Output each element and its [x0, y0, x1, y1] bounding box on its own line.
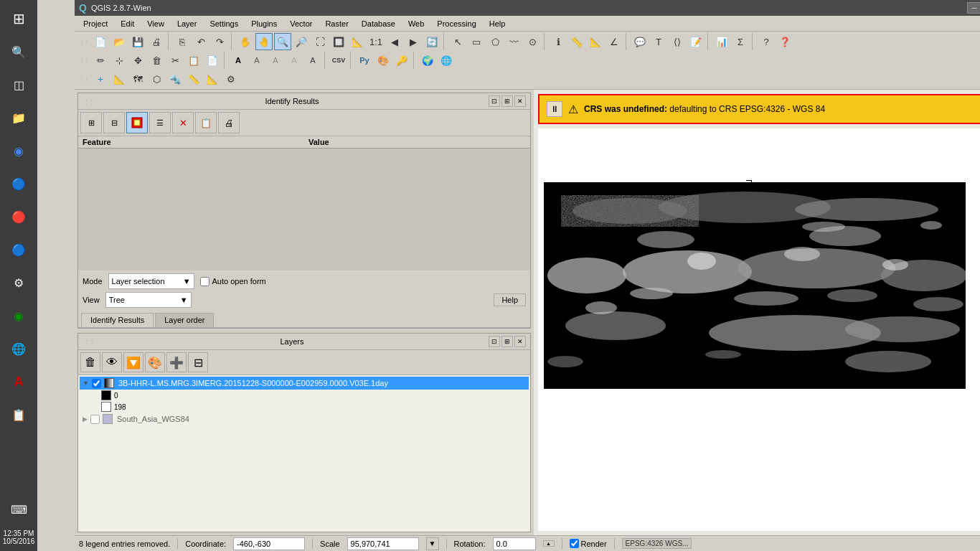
menu-project[interactable]: Project — [77, 18, 113, 29]
auto-open-checkbox[interactable] — [200, 277, 209, 286]
layers-drag-handle[interactable]: ⋮⋮ — [83, 339, 95, 345]
key-btn[interactable]: 🔑 — [393, 52, 410, 69]
identify-raster-btn[interactable] — [126, 112, 148, 133]
copy-btn[interactable]: ⎘ — [174, 33, 191, 50]
whats-this-btn[interactable]: ❓ — [776, 33, 793, 50]
menu-plugins[interactable]: Plugins — [245, 18, 283, 29]
settings-button[interactable]: ⚙ — [1, 267, 36, 298]
form-annotation-btn[interactable]: 📝 — [687, 33, 705, 50]
remove-layer-btn[interactable]: 🗑 — [80, 352, 100, 372]
app1-button[interactable]: 🔵 — [1, 168, 36, 199]
layers-expand-btn[interactable]: ⊞ — [501, 336, 513, 347]
notification-pause-btn[interactable]: ⏸ — [547, 101, 562, 117]
menu-web[interactable]: Web — [402, 18, 430, 29]
label-b-btn[interactable]: A — [248, 52, 265, 69]
select-rect-btn[interactable]: ▭ — [468, 33, 485, 50]
label-a-btn[interactable]: A — [230, 52, 247, 69]
expand-arrow-2[interactable]: ▶ — [83, 415, 88, 423]
layer-style-btn[interactable]: 🎨 — [145, 352, 165, 372]
app5-button[interactable]: A — [1, 366, 36, 397]
start-button[interactable]: ⊞ — [1, 3, 36, 34]
copy-feature-btn[interactable]: 📋 — [185, 52, 202, 69]
identify-expand-btn[interactable]: ⊞ — [501, 95, 513, 107]
new-project-btn[interactable]: 📄 — [92, 33, 109, 50]
app4-button[interactable]: ◉ — [1, 300, 36, 331]
palette-btn[interactable]: 🎨 — [374, 52, 392, 69]
scale-input[interactable] — [347, 537, 419, 550]
rotation-input[interactable] — [493, 537, 536, 550]
zoom-select-btn[interactable]: 🔲 — [330, 33, 347, 50]
select-polygon-btn[interactable]: ⬠ — [486, 33, 504, 50]
cad-btn[interactable]: 📐 — [204, 70, 221, 88]
drag-handle-1[interactable]: ⋮⋮ — [77, 39, 90, 45]
app2-button[interactable]: 🔴 — [1, 201, 36, 232]
menu-processing[interactable]: Processing — [431, 18, 481, 29]
open-table-btn[interactable]: 📊 — [713, 33, 730, 50]
coordinate-input[interactable] — [233, 537, 305, 550]
zoom-layer-btn[interactable]: 📐 — [349, 33, 366, 50]
filter-layer-btn[interactable]: 🔽 — [123, 352, 143, 372]
select-freehand-btn[interactable]: 〰 — [505, 33, 522, 50]
menu-help[interactable]: Help — [484, 18, 512, 29]
label-d-btn[interactable]: A — [286, 52, 303, 69]
identify-delete-btn[interactable]: ✕ — [172, 112, 194, 133]
add-layer-btn[interactable]: + — [92, 70, 109, 88]
delete-sel-btn[interactable]: 🗑 — [148, 52, 165, 69]
pan-btn[interactable]: ✋ — [237, 33, 254, 50]
tab-layer-order[interactable]: Layer order — [155, 313, 214, 327]
identify-expand-all-btn[interactable]: ⊞ — [80, 112, 102, 133]
layer-item-vector[interactable]: ▶ South_Asia_WGS84 — [80, 413, 529, 425]
drag-handle-2[interactable]: ⋮⋮ — [77, 57, 90, 64]
drag-handle-3[interactable]: ⋮⋮ — [77, 76, 90, 83]
mode-select[interactable]: Layer selection ▼ — [108, 273, 194, 289]
snap-btn[interactable]: 🔩 — [166, 70, 184, 88]
layer-expand-btn[interactable]: ⊟ — [188, 352, 208, 372]
move-feature-btn[interactable]: ✥ — [129, 52, 146, 69]
tab-identify-results[interactable]: Identify Results — [81, 313, 154, 327]
annotation-btn[interactable]: 💬 — [631, 33, 649, 50]
identify-btn[interactable]: ℹ — [550, 33, 567, 50]
csv-btn[interactable]: CSV — [330, 52, 347, 69]
app3-button[interactable]: 🔵 — [1, 234, 36, 265]
paste-feature-btn[interactable]: 📄 — [204, 52, 221, 69]
label-c-btn[interactable]: A — [267, 52, 284, 69]
open-project-btn[interactable]: 📂 — [110, 33, 128, 50]
zoom-full-btn[interactable]: ⛶ — [311, 33, 329, 50]
measure-angle-btn[interactable]: ∠ — [606, 33, 623, 50]
undo-btn[interactable]: ↶ — [192, 33, 209, 50]
identify-print-btn[interactable]: 🖨 — [218, 112, 240, 133]
menu-view[interactable]: View — [141, 18, 170, 29]
menu-database[interactable]: Database — [356, 18, 401, 29]
minimize-button[interactable]: ─ — [967, 2, 980, 14]
edit-pencil-btn[interactable]: ✏ — [92, 52, 109, 69]
label-e-btn[interactable]: A — [304, 52, 321, 69]
notes-button[interactable]: 📋 — [1, 399, 36, 430]
identify-float-btn[interactable]: ⊡ — [489, 95, 500, 107]
layer-checkbox-2[interactable] — [90, 415, 100, 424]
refresh-btn[interactable]: 🔄 — [423, 33, 440, 50]
identify-table-btn[interactable]: ☰ — [149, 112, 171, 133]
print-btn[interactable]: 🖨 — [148, 33, 165, 50]
text-annotation-btn[interactable]: T — [650, 33, 667, 50]
identify-help-btn[interactable]: Help — [494, 293, 526, 306]
georef-btn[interactable]: 🗺 — [129, 70, 146, 88]
rotation-up-btn[interactable]: ▲ — [543, 540, 555, 547]
measure-line-btn[interactable]: 📏 — [568, 33, 585, 50]
pan-map-btn[interactable]: 🤚 — [255, 33, 273, 50]
menu-settings[interactable]: Settings — [204, 18, 244, 29]
redo-btn[interactable]: ↷ — [211, 33, 228, 50]
zoom-native-btn[interactable]: 1:1 — [367, 33, 385, 50]
render-checkbox[interactable] — [570, 539, 579, 548]
layer-checkbox-1[interactable] — [92, 379, 101, 388]
task-view-button[interactable]: ◫ — [1, 69, 36, 100]
cut-feature-btn[interactable]: ✂ — [166, 52, 184, 69]
layers-panel-header[interactable]: ⋮⋮ Layers ⊡ ⊞ ✕ — [78, 334, 530, 350]
zoom-in-btn[interactable]: 🔍 — [274, 33, 291, 50]
zoom-out-btn[interactable]: 🔎 — [293, 33, 310, 50]
identify-panel-header[interactable]: ⋮⋮ Identify Results ⊡ ⊞ ✕ — [78, 93, 530, 110]
identify-copy-btn[interactable]: 📋 — [195, 112, 217, 133]
node-tool-btn[interactable]: ⊹ — [110, 52, 128, 69]
folder-button[interactable]: 📁 — [1, 102, 36, 133]
zoom-next-btn[interactable]: ▶ — [405, 33, 422, 50]
layer-visibility-btn[interactable]: 👁 — [102, 352, 122, 372]
